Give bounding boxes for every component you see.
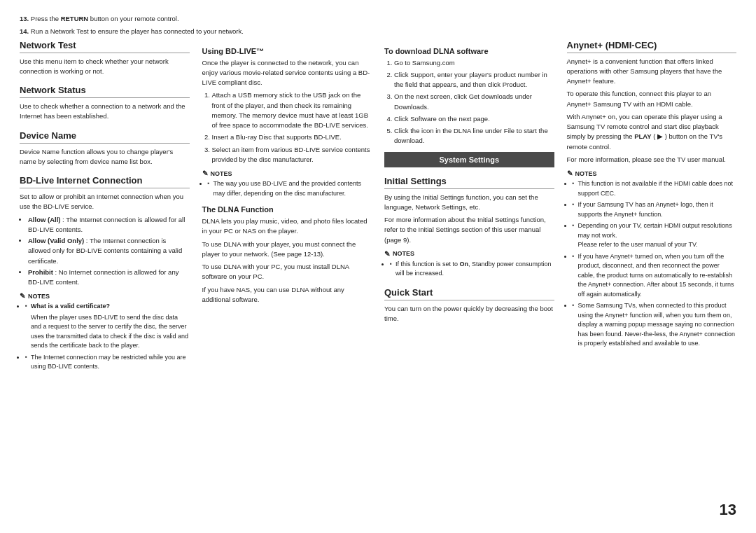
quick-start-body: You can turn on the power quickly by dec… — [384, 304, 554, 324]
anynet-note-2: If your Samsung TV has an Anynet+ logo, … — [573, 200, 737, 219]
initial-settings-heading: Initial Settings — [384, 176, 554, 189]
bd-live-bullet-3: Prohibit : No Internet connection is all… — [28, 268, 190, 288]
bd-live-body: Set to allow or prohibit an Internet con… — [20, 192, 190, 212]
using-bdlive-notes-list: The way you use BD-LIVE and the provided… — [202, 179, 372, 198]
bd-live-heading: BD-Live Internet Connection — [20, 175, 190, 188]
network-status-body: Use to check whether a connection to a n… — [20, 102, 190, 122]
dlna-para-3: If you have NAS, you can use DLNA withou… — [202, 285, 372, 305]
download-dlna-step-1: Go to Samsung.com — [394, 58, 554, 68]
notes-icon-3: ✎ — [384, 250, 390, 258]
dlna-function-heading: The DLNA Function — [202, 205, 372, 214]
top-item-13: 13. Press the RETURN button on your remo… — [20, 14, 736, 24]
anynet-para-2: With Anynet+ on, you can operate this pl… — [567, 112, 737, 152]
download-dlna-step-2: Click Support, enter your player's produ… — [394, 70, 554, 90]
using-bdlive-notes: ✎ NOTES The way you use BD-LIVE and the … — [202, 169, 372, 198]
bd-live-bullet-2: Allow (Valid Only) : The Internet connec… — [28, 236, 190, 266]
notes-label-4: NOTES — [575, 170, 597, 177]
using-bdlive-step-2: Insert a Blu-ray Disc that supports BD-L… — [212, 132, 372, 142]
notes-icon-4: ✎ — [567, 169, 573, 177]
initial-settings-body: By using the Initial Settings function, … — [384, 193, 554, 213]
notes-icon-2: ✎ — [202, 169, 208, 177]
bd-live-bullets: Allow (All) : The Internet connection is… — [20, 215, 190, 288]
bd-live-notes-list: What is a valid certificate? When the pl… — [20, 302, 190, 372]
bd-live-bullet-1: Allow (All) : The Internet connection is… — [28, 215, 190, 235]
bd-live-note-1: What is a valid certificate? When the pl… — [25, 302, 190, 351]
dlna-para-2: To use DLNA with your PC, you must insta… — [202, 262, 372, 282]
download-dlna-step-3: On the next screen, click Get downloads … — [394, 92, 554, 112]
using-bdlive-note-1: The way you use BD-LIVE and the provided… — [208, 179, 372, 198]
anynet-notes: ✎ NOTES This function is not available i… — [567, 169, 737, 349]
anynet-notes-list: This function is not available if the HD… — [567, 179, 737, 349]
column-2: Using BD-LIVE™ Once the player is connec… — [202, 40, 372, 308]
initial-settings-notes-header: ✎ NOTES — [384, 250, 554, 258]
initial-settings-notes-list: If this function is set to On, Standby p… — [384, 260, 554, 279]
using-bdlive-step-3: Select an item from various BD-LIVE serv… — [212, 145, 372, 165]
anynet-note-1: This function is not available if the HD… — [573, 179, 737, 198]
top-item-14: 14. Run a Network Test to ensure the pla… — [20, 27, 736, 36]
using-bdlive-body: Once the player is connected to the netw… — [202, 58, 372, 88]
anynet-note-3: Depending on your TV, certain HDMI outpu… — [573, 221, 737, 250]
sub-note-header: What is a valid certificate? — [31, 302, 190, 312]
bd-live-notes-header: ✎ NOTES — [20, 292, 190, 300]
page-number: 13 — [720, 501, 736, 519]
system-settings-banner: System Settings — [384, 152, 554, 167]
anynet-para-1: To operate this function, connect this p… — [567, 89, 737, 109]
anynet-para-3: For more information, please see the TV … — [567, 155, 737, 165]
anynet-notes-header: ✎ NOTES — [567, 169, 737, 177]
using-bdlive-notes-header: ✎ NOTES — [202, 169, 372, 177]
anynet-body: Anynet+ is a convenient function that of… — [567, 57, 737, 87]
anynet-note-4: If you have Anynet+ turned on, when you … — [573, 252, 737, 300]
dlna-function-body: DLNA lets you play music, video, and pho… — [202, 216, 372, 237]
notes-label: NOTES — [28, 293, 50, 300]
device-name-body: Device Name function allows you to chang… — [20, 147, 190, 167]
column-3: To download DLNA software Go to Samsung.… — [384, 40, 554, 327]
anynet-heading: Anynet+ (HDMI-CEC) — [567, 40, 737, 53]
network-test-body: Use this menu item to check whether your… — [20, 57, 190, 77]
using-bdlive-step-1: Attach a USB memory stick to the USB jac… — [212, 90, 372, 130]
notes-label-3: NOTES — [393, 250, 414, 257]
download-dlna-steps: Go to Samsung.com Click Support, enter y… — [384, 58, 554, 146]
bd-live-note-2: The Internet connection may be restricte… — [25, 353, 190, 372]
column-4: Anynet+ (HDMI-CEC) Anynet+ is a convenie… — [567, 40, 737, 353]
using-bdlive-steps: Attach a USB memory stick to the USB jac… — [202, 90, 372, 165]
bd-live-note-1-text: When the player uses BD-LIVE to send the… — [31, 314, 188, 349]
initial-settings-note-1: If this function is set to On, Standby p… — [390, 260, 554, 279]
anynet-note-5: Some Samsung TVs, when connected to this… — [573, 301, 737, 349]
notes-icon: ✎ — [20, 292, 25, 300]
dlna-para-1: To use DLNA with your player, you must c… — [202, 240, 372, 260]
quick-start-heading: Quick Start — [384, 287, 554, 300]
initial-settings-notes: ✎ NOTES If this function is set to On, S… — [384, 250, 554, 279]
network-status-heading: Network Status — [20, 85, 190, 98]
column-1: Network Test Use this menu item to check… — [20, 40, 190, 376]
using-bdlive-heading: Using BD-LIVE™ — [202, 47, 372, 55]
notes-label-2: NOTES — [211, 170, 232, 177]
main-layout: Network Test Use this menu item to check… — [20, 40, 736, 376]
download-dlna-step-5: Click the icon in the DLNA line under Fi… — [394, 126, 554, 146]
top-items: 13. Press the RETURN button on your remo… — [20, 14, 736, 37]
network-test-heading: Network Test — [20, 40, 190, 53]
bd-live-notes: ✎ NOTES What is a valid certificate? Whe… — [20, 292, 190, 372]
initial-settings-para2: For more information about the Initial S… — [384, 215, 554, 245]
download-dlna-heading: To download DLNA software — [384, 47, 554, 55]
device-name-heading: Device Name — [20, 130, 190, 144]
download-dlna-step-4: Click Software on the next page. — [394, 114, 554, 124]
